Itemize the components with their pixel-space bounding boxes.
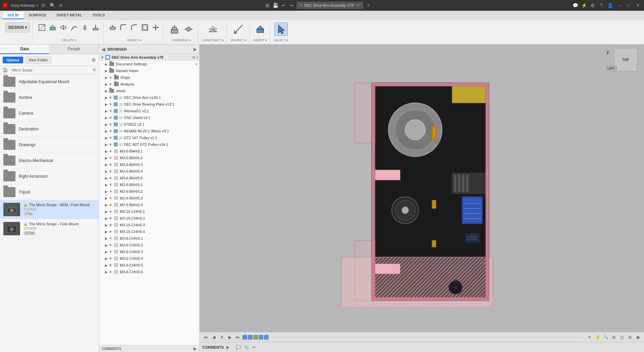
tree-joints[interactable]: ▶ Joints	[99, 87, 199, 94]
tree-eye-icon[interactable]: 👁	[108, 129, 113, 133]
tree-dec-80t[interactable]: ▶ 👁 ⛓ DEC 80T GT2 Pulley v34:1	[99, 141, 199, 148]
minimize-btn[interactable]: ─	[616, 2, 623, 9]
tree-eye-icon[interactable]: 👁	[108, 263, 113, 268]
tree-item-26[interactable]: ▶ 👁 M3-6-CHHS:1	[99, 235, 199, 242]
fillet-btn[interactable]	[118, 22, 128, 33]
joint-btn[interactable]	[182, 22, 195, 36]
tree-eye-icon[interactable]: 👁	[108, 243, 113, 247]
doc-tab[interactable]: ● DEC Drive Arm Assembly v79* ✕	[297, 2, 363, 9]
insert-mesh-btn[interactable]	[254, 22, 267, 36]
tree-eye-icon[interactable]: 👁	[108, 236, 113, 241]
tree-eye-icon[interactable]: 👁	[108, 169, 113, 174]
tree-item-30[interactable]: ▶ 👁 M3-6-CHHS:5	[99, 262, 199, 269]
tree-origin[interactable]: ▶ 👁 Origin	[99, 74, 199, 81]
chat-btn[interactable]: 💬	[572, 2, 578, 8]
new-tab-btn[interactable]: +	[365, 2, 372, 9]
tree-eye-icon[interactable]: 👁	[108, 149, 113, 154]
upload-btn[interactable]: Upload	[3, 57, 23, 63]
comments-expand-icon[interactable]: ▶	[226, 345, 229, 350]
tree-dec-drive-bearing[interactable]: ▶ 👁 ⛓ DEC Drive Bearing Plate v13:1	[99, 101, 199, 108]
help-btn[interactable]: ?	[598, 2, 604, 8]
tree-eye-icon[interactable]: 👁	[108, 82, 113, 86]
tl-last-btn[interactable]: ⏭	[234, 334, 241, 341]
tl-marker[interactable]	[259, 335, 263, 340]
tree-item-29[interactable]: ▶ 👁 M3-6-CHHS:4	[99, 255, 199, 262]
select-btn[interactable]	[274, 22, 288, 36]
tree-eye-icon[interactable]: 👁	[108, 142, 113, 147]
measure-btn[interactable]	[232, 22, 245, 36]
tree-eye-icon[interactable]: 👁	[108, 95, 113, 100]
nav-cube[interactable]: TOP LEFT	[614, 48, 637, 71]
tl-prev-btn[interactable]: ◀	[210, 334, 217, 341]
close-panel-btn[interactable]: ✕	[58, 2, 64, 8]
new-component-btn[interactable]	[168, 22, 181, 36]
tree-eye-icon[interactable]: 👁	[108, 135, 113, 140]
tree-item-27[interactable]: ▶ 👁 M3-6-CHHS:2	[99, 242, 199, 248]
move-btn[interactable]	[151, 22, 161, 33]
tl-marker[interactable]	[264, 335, 269, 340]
refresh-btn[interactable]: ⟳	[41, 2, 47, 8]
offset-plane-btn[interactable]	[206, 22, 220, 36]
browser-collapse-btn[interactable]: ◀	[102, 47, 105, 52]
project-version[interactable]: V216▾	[23, 231, 36, 235]
folder-item-declination[interactable]: Declination	[0, 121, 99, 137]
viewport[interactable]: TOP LEFT Z ⏮ ◀ ⏸ ▶ ⏭ ⟳ ✋	[200, 45, 644, 352]
tree-wemosd1[interactable]: ▶ 👁 ⛓ WemosD1 v2:1	[99, 108, 199, 114]
comments-expand-btn[interactable]: ▶	[194, 346, 197, 351]
tab-data[interactable]: Data	[0, 45, 49, 54]
tree-eye-icon[interactable]: 👁	[108, 176, 113, 180]
comment-btn-3[interactable]: ✏	[251, 344, 258, 351]
tree-eye-icon[interactable]: 👁	[108, 196, 113, 200]
folder-item-right-ascension[interactable]: Right Ascension	[0, 169, 99, 184]
project-item-0[interactable]: 🔒 The Micro Scope - AEM - Fork Mount 11/…	[0, 200, 99, 219]
breadcrumb-home[interactable]: 🏠	[3, 67, 8, 72]
tree-eye-icon[interactable]: 👁	[108, 189, 113, 194]
tab-solid[interactable]: SOLID	[3, 12, 23, 19]
tree-gear-icon[interactable]: ⚙	[195, 62, 198, 66]
orbit-btn[interactable]: ⟳	[586, 334, 593, 341]
redo-btn[interactable]: ↪	[288, 2, 294, 8]
close-btn[interactable]: ✕	[635, 2, 641, 9]
tree-eye-icon[interactable]: 👁	[108, 162, 113, 167]
nav-cube-left-btn[interactable]: LEFT	[606, 66, 617, 71]
user-menu[interactable]: Data Greg Holloway ▾	[11, 3, 38, 7]
chamfer-btn[interactable]	[129, 22, 139, 33]
folder-item-adjustable[interactable]: Adjustable Equatorial Mount	[0, 74, 99, 90]
create-sketch-btn[interactable]	[37, 22, 47, 33]
tab-sheet-metal[interactable]: SHEET METAL	[52, 12, 87, 19]
browser-expand-btn[interactable]: ▶	[194, 47, 197, 52]
tree-cnc-shield[interactable]: ▶ 👁 ⛓ CNC shield v2:1	[99, 114, 199, 121]
tree-item-23[interactable]: ▶ 👁 M3-16-CHHS:2	[99, 215, 199, 222]
tree-doc-settings[interactable]: ▶ Document Settings ⚙	[99, 61, 199, 67]
loft-btn[interactable]	[80, 22, 90, 33]
tree-analysis[interactable]: ▶ 👁 Analysis	[99, 81, 199, 87]
tab-tools[interactable]: TOOLS	[88, 12, 110, 19]
tl-marker[interactable]	[243, 335, 247, 340]
tree-eye-icon[interactable]: 👁	[108, 216, 113, 221]
tab-people[interactable]: People	[49, 45, 99, 54]
tl-marker[interactable]	[253, 335, 258, 340]
settings-btn[interactable]: ⚙	[590, 2, 596, 8]
tree-eye-icon[interactable]: 👁	[108, 229, 113, 234]
project-item-1[interactable]: 🔒 The Micro Scope - Fork Mount 11/24/20 …	[0, 219, 99, 238]
folder-item-drawings[interactable]: Drawings	[0, 137, 99, 153]
tree-6708zz[interactable]: ▶ 👁 ⛓ 6708ZZ v2:1	[99, 121, 199, 128]
network-btn[interactable]: ⚡	[581, 2, 587, 8]
tl-first-btn[interactable]: ⏮	[202, 334, 209, 341]
tree-item-24[interactable]: ▶ 👁 M3-16-CHHS:3	[99, 222, 199, 228]
tree-eye-icon[interactable]: 👁	[108, 202, 113, 207]
tree-eye-icon[interactable]: 👁	[108, 249, 113, 254]
tree-eye-icon[interactable]: 👁	[108, 270, 113, 274]
shell-btn[interactable]	[140, 22, 150, 33]
folder-item-camera[interactable]: Camera	[0, 106, 99, 121]
tree-item-14[interactable]: ▶ 👁 M3-6-BHHS:2	[99, 155, 199, 161]
pan-btn[interactable]: ✋	[594, 334, 601, 341]
folder-item-tripod[interactable]: Tripod	[0, 184, 99, 200]
tree-item-15[interactable]: ▶ 👁 M3-6-BHHS:3	[99, 161, 199, 168]
tree-item-20[interactable]: ▶ 👁 M2-6-BHHS:3	[99, 195, 199, 201]
tree-named-views[interactable]: ▶ Named Views	[99, 67, 199, 74]
tree-gt2-16t[interactable]: ▶ 👁 ⛓ GT2 16T Pulley v1:1	[99, 134, 199, 141]
account-btn[interactable]: 👤	[607, 2, 613, 8]
maximize-btn[interactable]: □	[625, 2, 632, 9]
tree-item-21[interactable]: ▶ 👁 M2-6-BHHS:4	[99, 201, 199, 208]
